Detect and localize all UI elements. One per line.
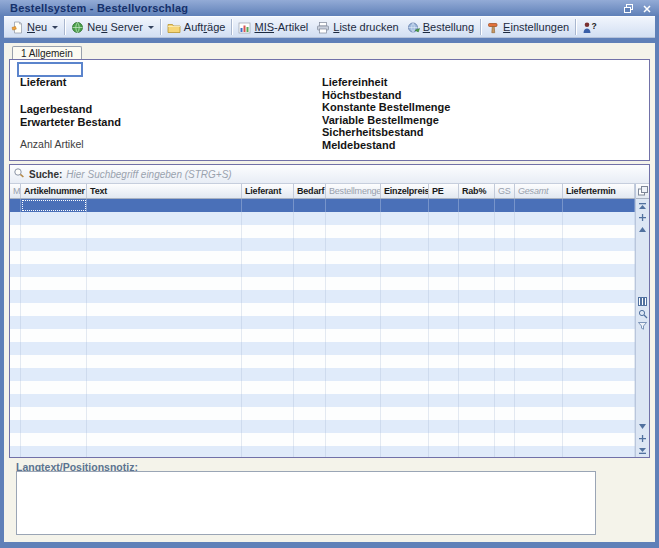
table-cell-rab[interactable] xyxy=(459,264,495,277)
table-cell-lieferant[interactable] xyxy=(242,368,294,381)
table-cell-bestellmenge[interactable] xyxy=(326,290,381,303)
table-cell-gesamt[interactable] xyxy=(515,355,563,368)
table-cell-bestellmenge[interactable] xyxy=(326,433,381,446)
table-cell-einzelpreis[interactable] xyxy=(381,394,429,407)
table-cell-pe[interactable] xyxy=(429,290,459,303)
table-cell-text[interactable] xyxy=(87,368,242,381)
table-cell-artikelnummer[interactable] xyxy=(21,368,87,381)
table-cell-bestellmenge[interactable] xyxy=(326,225,381,238)
table-row[interactable] xyxy=(10,316,635,329)
table-cell-einzelpreis[interactable] xyxy=(381,368,429,381)
table-cell-text[interactable] xyxy=(87,394,242,407)
table-row[interactable] xyxy=(10,277,635,290)
table-cell-gesamt[interactable] xyxy=(515,251,563,264)
table-cell-gs[interactable] xyxy=(495,277,515,290)
table-cell-einzelpreis[interactable] xyxy=(381,238,429,251)
table-cell-gesamt[interactable] xyxy=(515,342,563,355)
column-header-einzelpreis[interactable]: Einzelpreis xyxy=(381,184,429,198)
column-header-m[interactable]: M xyxy=(10,184,21,198)
table-cell-gs[interactable] xyxy=(495,290,515,303)
table-cell-bestellmenge[interactable] xyxy=(326,355,381,368)
table-cell-artikelnummer[interactable] xyxy=(21,381,87,394)
table-cell-rab[interactable] xyxy=(459,446,495,457)
toolbar-neu-button[interactable]: Neu xyxy=(7,20,62,35)
table-cell-gesamt[interactable] xyxy=(515,394,563,407)
table-cell-gesamt[interactable] xyxy=(515,316,563,329)
column-header-gesamt[interactable]: Gesamt xyxy=(515,184,563,198)
table-cell-rab[interactable] xyxy=(459,420,495,433)
search-rows-button[interactable] xyxy=(637,309,648,318)
table-cell-bedarf[interactable] xyxy=(294,381,326,394)
table-cell-liefertermin[interactable] xyxy=(563,199,635,212)
lieferant-input[interactable] xyxy=(17,62,83,77)
table-cell-gs[interactable] xyxy=(495,355,515,368)
column-header-rab[interactable]: Rab% xyxy=(459,184,495,198)
table-cell-einzelpreis[interactable] xyxy=(381,355,429,368)
table-cell-einzelpreis[interactable] xyxy=(381,251,429,264)
table-cell-gesamt[interactable] xyxy=(515,329,563,342)
table-cell-gs[interactable] xyxy=(495,303,515,316)
table-cell-rab[interactable] xyxy=(459,394,495,407)
table-cell-gesamt[interactable] xyxy=(515,199,563,212)
table-cell-bedarf[interactable] xyxy=(294,199,326,212)
table-cell-gesamt[interactable] xyxy=(515,264,563,277)
table-cell-rab[interactable] xyxy=(459,355,495,368)
table-cell-gs[interactable] xyxy=(495,433,515,446)
table-cell-gs[interactable] xyxy=(495,264,515,277)
table-cell-lieferant[interactable] xyxy=(242,251,294,264)
toolbar-neu-server-button[interactable]: Neu Server xyxy=(67,20,158,35)
table-cell-text[interactable] xyxy=(87,420,242,433)
table-cell-artikelnummer[interactable] xyxy=(21,446,87,457)
column-header-bestellmenge[interactable]: Bestellmenge xyxy=(326,184,381,198)
table-cell-bedarf[interactable] xyxy=(294,433,326,446)
toolbar-einstellungen-button[interactable]: Einstellungen xyxy=(483,20,573,35)
table-cell-artikelnummer[interactable] xyxy=(21,199,87,212)
table-cell-m[interactable] xyxy=(10,238,21,251)
toolbar-bestellung-button[interactable]: Bestellung xyxy=(403,20,478,35)
table-cell-artikelnummer[interactable] xyxy=(21,225,87,238)
table-cell-m[interactable] xyxy=(10,225,21,238)
table-cell-lieferant[interactable] xyxy=(242,329,294,342)
table-cell-einzelpreis[interactable] xyxy=(381,277,429,290)
table-cell-text[interactable] xyxy=(87,290,242,303)
table-cell-liefertermin[interactable] xyxy=(563,264,635,277)
table-cell-m[interactable] xyxy=(10,212,21,225)
table-cell-bedarf[interactable] xyxy=(294,290,326,303)
table-cell-liefertermin[interactable] xyxy=(563,368,635,381)
table-cell-rab[interactable] xyxy=(459,407,495,420)
table-cell-gesamt[interactable] xyxy=(515,225,563,238)
restore-button[interactable] xyxy=(621,2,636,15)
table-cell-gesamt[interactable] xyxy=(515,277,563,290)
table-cell-einzelpreis[interactable] xyxy=(381,290,429,303)
column-header-artikelnummer[interactable]: Artikelnummer xyxy=(21,184,87,198)
table-cell-liefertermin[interactable] xyxy=(563,316,635,329)
table-cell-text[interactable] xyxy=(87,277,242,290)
table-cell-pe[interactable] xyxy=(429,329,459,342)
table-row[interactable] xyxy=(10,407,635,420)
table-cell-liefertermin[interactable] xyxy=(563,329,635,342)
table-cell-bestellmenge[interactable] xyxy=(326,368,381,381)
table-cell-artikelnummer[interactable] xyxy=(21,342,87,355)
toolbar-hilfe-button[interactable]: ? xyxy=(578,20,602,35)
table-cell-rab[interactable] xyxy=(459,303,495,316)
table-cell-artikelnummer[interactable] xyxy=(21,264,87,277)
table-cell-rab[interactable] xyxy=(459,277,495,290)
table-cell-text[interactable] xyxy=(87,433,242,446)
table-cell-text[interactable] xyxy=(87,251,242,264)
table-cell-pe[interactable] xyxy=(429,251,459,264)
table-row[interactable] xyxy=(10,290,635,303)
column-header-gs[interactable]: GS xyxy=(495,184,515,198)
table-cell-gesamt[interactable] xyxy=(515,433,563,446)
table-cell-liefertermin[interactable] xyxy=(563,381,635,394)
table-cell-m[interactable] xyxy=(10,277,21,290)
table-cell-einzelpreis[interactable] xyxy=(381,225,429,238)
table-cell-einzelpreis[interactable] xyxy=(381,316,429,329)
table-cell-lieferant[interactable] xyxy=(242,277,294,290)
table-cell-m[interactable] xyxy=(10,316,21,329)
table-row[interactable] xyxy=(10,420,635,433)
table-cell-artikelnummer[interactable] xyxy=(21,212,87,225)
table-cell-einzelpreis[interactable] xyxy=(381,264,429,277)
table-cell-gs[interactable] xyxy=(495,420,515,433)
table-cell-lieferant[interactable] xyxy=(242,381,294,394)
table-cell-pe[interactable] xyxy=(429,238,459,251)
